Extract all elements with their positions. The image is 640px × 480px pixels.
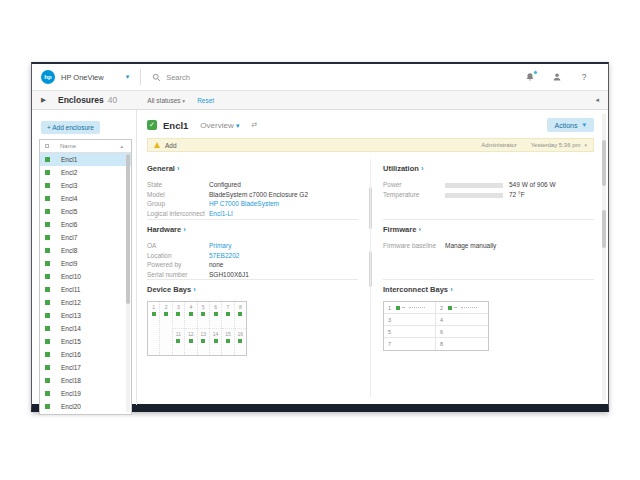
related-resources-icon[interactable]: ⇄ [251,121,257,129]
oa-link[interactable]: Primary [209,241,231,251]
interconnect-bays-section: Interconnect Bays › 1 2 3 4 5 6 7 8 [383,279,594,351]
device-bay[interactable]: 8 16 [235,302,246,355]
notifications-icon[interactable] [524,71,536,83]
utilization-heading-link[interactable]: Utilization › [383,164,594,173]
device-bay[interactable]: 6 14 [210,302,222,355]
collapse-panel-icon[interactable]: ◂ [595,96,599,104]
view-selector[interactable]: Overview ▾ [200,121,239,130]
bay-status-ok-icon [176,312,180,316]
logical-interconnect-link[interactable]: Encl1-LI [209,209,233,219]
interconnect-bay[interactable]: 1 [384,302,436,314]
enclosure-name: Encl16 [61,351,81,358]
device-bays-diagram[interactable]: 1 2 3 11 4 12 [147,301,247,356]
group-link[interactable]: HP C7000 BladeSystem [209,199,279,209]
list-item[interactable]: Encl10 [40,270,131,283]
activity-time: Yesterday 5:36 pm [531,142,581,148]
actions-button[interactable]: Actions▾ [547,118,594,132]
location-link[interactable]: 57EB2202 [209,251,239,261]
activity-banner[interactable]: Add Administrator Yesterday 5:36 pm ▾ [147,138,594,152]
field-row: Powered bynone [147,260,358,270]
scrollbar-thumb[interactable] [602,210,606,248]
firmware-heading-link[interactable]: Firmware › [383,225,594,234]
list-item[interactable]: Encl8 [40,244,131,257]
temperature-utilization-bar [445,193,503,198]
status-ok-icon [45,183,50,188]
list-item[interactable]: Encl20 [40,400,131,413]
list-item[interactable]: Encl11 [40,283,131,296]
power-utilization-bar [445,183,503,188]
list-item[interactable]: Encl2 [40,166,131,179]
general-heading-link[interactable]: General › [147,164,358,173]
interconnect-bay[interactable]: 2 [436,302,488,314]
enclosure-name: Encl7 [61,234,77,241]
list-item[interactable]: Encl19 [40,387,131,400]
hardware-heading-link[interactable]: Hardware › [147,225,358,234]
search-bar[interactable] [152,73,524,82]
device-bay[interactable]: 1 [148,302,160,355]
help-icon[interactable]: ? [578,71,590,83]
list-item[interactable]: Encl14 [40,322,131,335]
status-ok-icon [45,339,50,344]
status-ok-icon [45,326,50,331]
device-bay[interactable]: 7 15 [222,302,234,355]
interconnect-bay[interactable]: 6 [436,326,488,338]
resource-count: 40 [108,95,117,105]
device-bays-heading-link[interactable]: Device Bays › [147,285,358,294]
scrollbar-thumb[interactable] [126,154,130,304]
main-menu-chevron-icon[interactable]: ▾ [126,73,130,81]
enclosure-name: Encl20 [61,403,81,410]
sort-ascending-icon[interactable]: ▴ [120,143,123,149]
list-item[interactable]: Encl15 [40,335,131,348]
list-item[interactable]: Encl3 [40,179,131,192]
name-column-header[interactable]: Name [60,143,76,149]
enclosure-name: Encl12 [61,299,81,306]
enclosure-name: Encl1 [61,156,77,163]
list-item[interactable]: Encl7 [40,231,131,244]
scrollbar-thumb[interactable] [602,140,606,186]
list-item[interactable]: Encl12 [40,296,131,309]
interconnect-bay[interactable]: 8 [436,338,488,350]
bay-status-ok-icon [176,339,180,343]
list-item[interactable]: Encl6 [40,218,131,231]
detail-header: ✓ Encl1 Overview ▾ ⇄ Actions▾ [147,110,594,135]
list-header[interactable]: Name ▴ [40,140,131,153]
interconnect-bay[interactable]: 3 [384,314,436,326]
activity-user: Administrator [481,142,516,148]
reset-filter-link[interactable]: Reset [197,97,214,104]
interconnect-bays-heading-link[interactable]: Interconnect Bays › [383,285,594,294]
expand-menu-icon[interactable]: ▶ [41,96,46,104]
list-item[interactable]: Encl5 [40,205,131,218]
status-ok-check-icon: ✓ [147,120,157,130]
enclosure-name: Encl15 [61,338,81,345]
status-filter[interactable]: All statuses ▾ [147,97,185,104]
list-item[interactable]: Encl9 [40,257,131,270]
device-bay[interactable]: 4 12 [185,302,197,355]
list-item[interactable]: Encl13 [40,309,131,322]
interconnect-bay[interactable]: 5 [384,326,436,338]
list-item[interactable]: Encl1 [40,153,131,166]
device-bay[interactable]: 5 13 [198,302,210,355]
interconnect-bay[interactable]: 7 [384,338,436,350]
list-item[interactable]: Encl21 [40,413,131,415]
status-ok-icon [45,300,50,305]
search-input[interactable] [166,73,366,82]
status-ok-icon [45,274,50,279]
list-scrollbar[interactable] [126,154,130,412]
bay-status-ok-icon [226,312,230,316]
user-icon[interactable] [551,71,563,83]
enclosure-name: Encl11 [61,286,80,293]
list-item[interactable]: Encl17 [40,361,131,374]
field-row: ModelBladeSystem c7000 Enclosure G2 [147,190,358,200]
status-ok-icon [45,196,50,201]
list-item[interactable]: Encl16 [40,348,131,361]
device-bay[interactable]: 2 [160,302,172,355]
enclosure-name: Encl9 [61,260,77,267]
main-scrollbar[interactable] [602,114,606,400]
interconnect-bay[interactable]: 4 [436,314,488,326]
device-bay[interactable]: 3 11 [173,302,185,355]
add-enclosure-button[interactable]: + Add enclosure [41,121,100,134]
interconnect-bays-diagram[interactable]: 1 2 3 4 5 6 7 8 [383,301,489,351]
list-item[interactable]: Encl18 [40,374,131,387]
list-item[interactable]: Encl4 [40,192,131,205]
banner-expand-icon[interactable]: ▾ [584,142,587,148]
